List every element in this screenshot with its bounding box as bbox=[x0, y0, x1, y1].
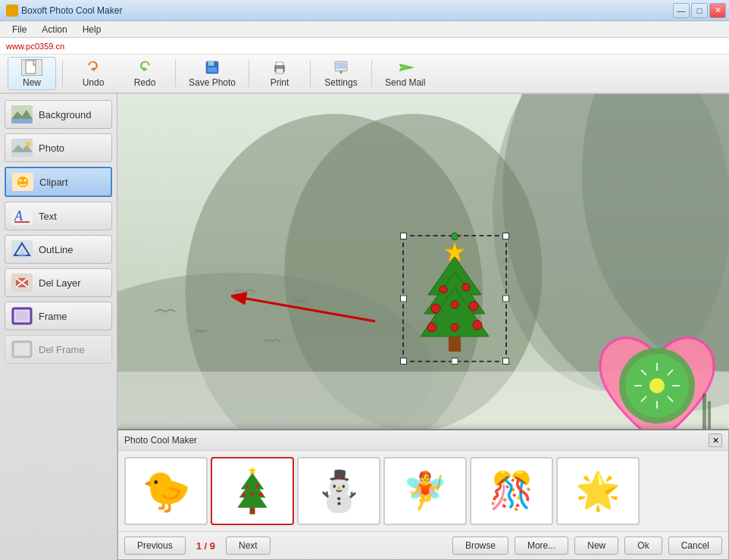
svg-point-60 bbox=[431, 304, 440, 313]
undo-icon bbox=[83, 59, 104, 76]
undo-button[interactable]: Undo bbox=[69, 57, 117, 90]
ok-button[interactable]: Ok bbox=[624, 537, 662, 555]
xmas-tree-svg bbox=[405, 238, 504, 359]
svg-point-61 bbox=[469, 302, 478, 311]
sidebar-item-clipart[interactable]: Clipart bbox=[5, 167, 112, 197]
new-button[interactable]: New bbox=[8, 57, 56, 90]
watermark-text: www.pc0359.cn bbox=[6, 42, 64, 51]
svg-point-62 bbox=[451, 301, 458, 308]
sendmail-button[interactable]: Send Mail bbox=[378, 57, 432, 90]
svg-rect-19 bbox=[11, 139, 33, 157]
close-button[interactable]: ✕ bbox=[709, 3, 726, 18]
next-button[interactable]: Next bbox=[226, 537, 271, 555]
svg-point-70 bbox=[649, 378, 665, 393]
settings-button[interactable]: Settings bbox=[317, 57, 365, 90]
main-container: Background Photo bbox=[0, 94, 729, 560]
svg-marker-15 bbox=[399, 64, 414, 70]
svg-rect-18 bbox=[11, 119, 33, 124]
svg-point-90 bbox=[251, 492, 254, 495]
clipart-xmas-tree[interactable] bbox=[405, 238, 504, 359]
svg-point-86 bbox=[246, 486, 249, 489]
svg-rect-38 bbox=[11, 340, 33, 358]
sep1 bbox=[62, 60, 63, 87]
dellayer-label: Del Layer bbox=[39, 277, 81, 289]
sep3 bbox=[249, 60, 249, 87]
window-controls: — □ ✕ bbox=[673, 3, 726, 18]
svg-rect-12 bbox=[336, 63, 346, 69]
previous-button[interactable]: Previous bbox=[124, 537, 186, 555]
sidebar-item-dellayer[interactable]: Del Layer bbox=[5, 268, 112, 297]
svg-rect-2 bbox=[208, 61, 214, 66]
toolbar: New Undo Redo Save Photo bbox=[0, 55, 729, 94]
balloons-emoji: 🎊 bbox=[489, 473, 534, 509]
watermark-bar: www.pc0359.cn bbox=[0, 38, 729, 55]
minimize-button[interactable]: — bbox=[673, 3, 690, 18]
text-icon: A bbox=[11, 207, 33, 225]
sendmail-label: Send Mail bbox=[385, 77, 425, 88]
clipart-dialog: Photo Cool Maker ✕ 🐤 bbox=[117, 429, 729, 560]
svg-point-89 bbox=[258, 493, 262, 496]
sidebar-item-delframe[interactable]: Del Frame bbox=[5, 335, 112, 364]
more-button[interactable]: More... bbox=[515, 537, 568, 555]
menu-file[interactable]: File bbox=[5, 23, 34, 36]
svg-point-88 bbox=[242, 493, 246, 497]
svg-rect-6 bbox=[276, 62, 283, 66]
svg-rect-3 bbox=[208, 67, 217, 72]
sidebar-item-photo[interactable]: Photo bbox=[5, 133, 112, 162]
clipart-icon bbox=[12, 173, 33, 191]
page-indicator: 1 / 9 bbox=[192, 540, 220, 552]
clipart-item-chick2[interactable]: 🌟 bbox=[556, 457, 640, 525]
outline-icon bbox=[11, 240, 33, 258]
dialog-items: 🐤 bbox=[118, 451, 728, 531]
dialog-new-button[interactable]: New bbox=[574, 537, 618, 555]
svg-rect-4 bbox=[211, 62, 213, 65]
svg-point-63 bbox=[427, 323, 436, 332]
sendmail-icon bbox=[395, 59, 416, 76]
app-logo bbox=[6, 5, 18, 17]
cancel-button[interactable]: Cancel bbox=[668, 537, 722, 555]
clipart-item-xmastree[interactable] bbox=[211, 457, 294, 525]
print-icon bbox=[269, 59, 290, 76]
new-label: New bbox=[23, 77, 41, 88]
sidebar: Background Photo bbox=[0, 94, 117, 560]
dialog-close-button[interactable]: ✕ bbox=[709, 433, 722, 447]
delframe-icon bbox=[11, 340, 33, 358]
chick2-emoji: 🌟 bbox=[575, 473, 621, 509]
save-icon bbox=[202, 59, 223, 76]
sep5 bbox=[371, 60, 372, 87]
menu-action[interactable]: Action bbox=[34, 23, 74, 36]
svg-point-25 bbox=[24, 180, 27, 182]
angel-emoji: 🧚 bbox=[402, 473, 448, 509]
background-icon bbox=[11, 105, 33, 124]
sep4 bbox=[310, 60, 311, 87]
sidebar-item-text[interactable]: A Text bbox=[5, 202, 112, 230]
sidebar-item-background[interactable]: Background bbox=[5, 100, 112, 129]
save-button[interactable]: Save Photo bbox=[182, 57, 242, 90]
sidebar-item-frame[interactable]: Frame bbox=[5, 302, 112, 330]
canvas-area[interactable]: Photo Cool Maker ✕ 🐤 bbox=[117, 94, 729, 560]
dialog-header: Photo Cool Maker ✕ bbox=[118, 430, 728, 451]
clipart-item-angel[interactable]: 🧚 bbox=[383, 457, 467, 525]
redo-button[interactable]: Redo bbox=[120, 57, 169, 90]
outline-label: OutLine bbox=[39, 244, 74, 255]
browse-button[interactable]: Browse bbox=[452, 537, 508, 555]
svg-point-59 bbox=[462, 283, 470, 291]
clipart-item-balloons[interactable]: 🎊 bbox=[470, 457, 553, 525]
menubar: File Action Help bbox=[0, 21, 729, 38]
sidebar-item-outline[interactable]: OutLine bbox=[5, 235, 112, 264]
dellayer-icon bbox=[11, 274, 33, 292]
photo-icon bbox=[11, 139, 33, 157]
svg-point-87 bbox=[255, 484, 258, 487]
menu-help[interactable]: Help bbox=[75, 23, 109, 36]
photo-label: Photo bbox=[39, 142, 64, 154]
settings-label: Settings bbox=[324, 77, 357, 88]
maximize-button[interactable]: □ bbox=[691, 3, 708, 18]
print-label: Print bbox=[271, 77, 289, 88]
svg-rect-57 bbox=[449, 336, 461, 352]
clipart-item-chick[interactable]: 🐤 bbox=[124, 457, 208, 525]
save-label: Save Photo bbox=[189, 77, 236, 88]
snowman-emoji: ⛄ bbox=[314, 471, 364, 511]
svg-rect-14 bbox=[340, 71, 342, 73]
clipart-item-snowman[interactable]: ⛄ bbox=[297, 457, 380, 525]
print-button[interactable]: Print bbox=[255, 57, 304, 90]
